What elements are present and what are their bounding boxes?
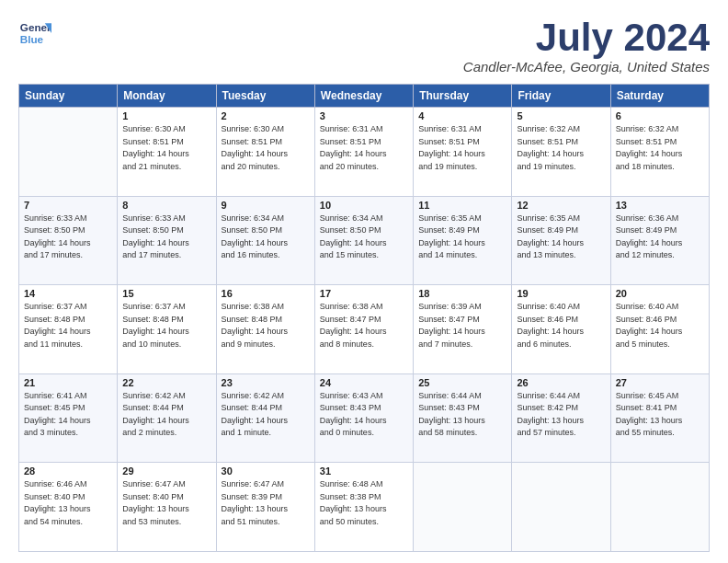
day-number: 20 [616, 288, 704, 299]
calendar-cell: 15Sunrise: 6:37 AM Sunset: 8:48 PM Dayli… [118, 285, 216, 374]
calendar-cell: 7Sunrise: 6:33 AM Sunset: 8:50 PM Daylig… [19, 196, 118, 285]
calendar-cell: 18Sunrise: 6:39 AM Sunset: 8:47 PM Dayli… [414, 285, 512, 374]
day-number: 8 [122, 200, 210, 211]
day-number: 28 [24, 465, 112, 477]
day-number: 25 [418, 377, 506, 388]
calendar-cell: 12Sunrise: 6:35 AM Sunset: 8:49 PM Dayli… [512, 196, 610, 285]
calendar-table: SundayMondayTuesdayWednesdayThursdayFrid… [18, 84, 710, 552]
calendar-cell: 10Sunrise: 6:34 AM Sunset: 8:50 PM Dayli… [314, 196, 413, 285]
day-number: 1 [122, 110, 210, 121]
day-info: Sunrise: 6:32 AM Sunset: 8:51 PM Dayligh… [616, 123, 704, 173]
calendar-cell: 26Sunrise: 6:44 AM Sunset: 8:42 PM Dayli… [512, 373, 610, 463]
calendar-cell: 24Sunrise: 6:43 AM Sunset: 8:43 PM Dayli… [314, 373, 413, 463]
day-number: 14 [24, 288, 112, 299]
day-number: 21 [24, 377, 112, 388]
day-number: 15 [122, 288, 210, 299]
title-block: July 2024 Candler-McAfee, Georgia, Unite… [463, 17, 710, 75]
day-info: Sunrise: 6:34 AM Sunset: 8:50 PM Dayligh… [222, 213, 310, 262]
calendar-cell: 1Sunrise: 6:30 AM Sunset: 8:51 PM Daylig… [118, 108, 216, 197]
day-number: 24 [320, 377, 408, 388]
day-number: 5 [517, 110, 605, 121]
weekday-header-monday: Monday [118, 85, 216, 108]
weekday-header-friday: Friday [512, 85, 610, 108]
weekday-header-tuesday: Tuesday [216, 85, 314, 108]
day-info: Sunrise: 6:34 AM Sunset: 8:50 PM Dayligh… [320, 213, 408, 262]
day-info: Sunrise: 6:47 AM Sunset: 8:40 PM Dayligh… [122, 478, 210, 528]
logo: General Blue [18, 17, 51, 50]
day-number: 11 [418, 200, 506, 211]
calendar-cell [610, 463, 709, 552]
day-info: Sunrise: 6:33 AM Sunset: 8:50 PM Dayligh… [24, 213, 112, 262]
day-number: 13 [616, 200, 704, 211]
day-number: 23 [222, 377, 310, 388]
calendar-page: General Blue July 2024 Candler-McAfee, G… [0, 0, 728, 563]
calendar-cell: 3Sunrise: 6:31 AM Sunset: 8:51 PM Daylig… [314, 108, 413, 197]
svg-text:General: General [20, 21, 51, 33]
day-number: 4 [418, 110, 506, 121]
calendar-cell: 25Sunrise: 6:44 AM Sunset: 8:43 PM Dayli… [414, 373, 512, 463]
calendar-cell: 11Sunrise: 6:35 AM Sunset: 8:49 PM Dayli… [414, 196, 512, 285]
weekday-header-sunday: Sunday [19, 85, 118, 108]
weekday-header-thursday: Thursday [414, 85, 512, 108]
day-info: Sunrise: 6:38 AM Sunset: 8:48 PM Dayligh… [222, 301, 310, 350]
day-info: Sunrise: 6:36 AM Sunset: 8:49 PM Dayligh… [616, 213, 704, 262]
calendar-cell: 16Sunrise: 6:38 AM Sunset: 8:48 PM Dayli… [216, 285, 314, 374]
day-info: Sunrise: 6:35 AM Sunset: 8:49 PM Dayligh… [418, 213, 506, 262]
day-number: 3 [320, 110, 408, 121]
day-info: Sunrise: 6:44 AM Sunset: 8:43 PM Dayligh… [418, 390, 506, 440]
day-info: Sunrise: 6:33 AM Sunset: 8:50 PM Dayligh… [122, 213, 210, 262]
day-info: Sunrise: 6:37 AM Sunset: 8:48 PM Dayligh… [122, 301, 210, 350]
calendar-cell: 4Sunrise: 6:31 AM Sunset: 8:51 PM Daylig… [414, 108, 512, 197]
day-number: 10 [320, 200, 408, 211]
calendar-cell: 14Sunrise: 6:37 AM Sunset: 8:48 PM Dayli… [19, 285, 118, 374]
day-number: 26 [517, 377, 605, 388]
day-number: 12 [517, 200, 605, 211]
calendar-cell: 13Sunrise: 6:36 AM Sunset: 8:49 PM Dayli… [610, 196, 709, 285]
calendar-cell: 31Sunrise: 6:48 AM Sunset: 8:38 PM Dayli… [314, 463, 413, 552]
day-info: Sunrise: 6:40 AM Sunset: 8:46 PM Dayligh… [616, 301, 704, 350]
calendar-cell: 2Sunrise: 6:30 AM Sunset: 8:51 PM Daylig… [216, 108, 314, 197]
day-number: 31 [320, 465, 408, 477]
header: General Blue July 2024 Candler-McAfee, G… [18, 17, 710, 75]
calendar-cell: 29Sunrise: 6:47 AM Sunset: 8:40 PM Dayli… [118, 463, 216, 552]
day-info: Sunrise: 6:39 AM Sunset: 8:47 PM Dayligh… [418, 301, 506, 350]
day-number: 17 [320, 288, 408, 299]
day-number: 22 [122, 377, 210, 388]
day-info: Sunrise: 6:46 AM Sunset: 8:40 PM Dayligh… [24, 478, 112, 528]
day-info: Sunrise: 6:30 AM Sunset: 8:51 PM Dayligh… [222, 123, 310, 173]
day-number: 6 [616, 110, 704, 121]
calendar-cell: 21Sunrise: 6:41 AM Sunset: 8:45 PM Dayli… [19, 373, 118, 463]
calendar-cell [414, 463, 512, 552]
day-info: Sunrise: 6:42 AM Sunset: 8:44 PM Dayligh… [222, 390, 310, 440]
day-number: 16 [222, 288, 310, 299]
month-title: July 2024 [463, 17, 710, 59]
day-info: Sunrise: 6:30 AM Sunset: 8:51 PM Dayligh… [122, 123, 210, 173]
calendar-cell: 5Sunrise: 6:32 AM Sunset: 8:51 PM Daylig… [512, 108, 610, 197]
day-info: Sunrise: 6:42 AM Sunset: 8:44 PM Dayligh… [122, 390, 210, 440]
day-number: 30 [222, 465, 310, 477]
calendar-cell: 30Sunrise: 6:47 AM Sunset: 8:39 PM Dayli… [216, 463, 314, 552]
day-number: 19 [517, 288, 605, 299]
day-number: 18 [418, 288, 506, 299]
day-number: 7 [24, 200, 112, 211]
calendar-cell: 28Sunrise: 6:46 AM Sunset: 8:40 PM Dayli… [19, 463, 118, 552]
day-info: Sunrise: 6:35 AM Sunset: 8:49 PM Dayligh… [517, 213, 605, 262]
day-info: Sunrise: 6:47 AM Sunset: 8:39 PM Dayligh… [222, 478, 310, 528]
day-number: 2 [222, 110, 310, 121]
calendar-cell [512, 463, 610, 552]
day-info: Sunrise: 6:41 AM Sunset: 8:45 PM Dayligh… [24, 390, 112, 440]
day-info: Sunrise: 6:37 AM Sunset: 8:48 PM Dayligh… [24, 301, 112, 350]
calendar-cell: 27Sunrise: 6:45 AM Sunset: 8:41 PM Dayli… [610, 373, 709, 463]
svg-text:Blue: Blue [20, 33, 44, 45]
weekday-header-wednesday: Wednesday [314, 85, 413, 108]
calendar-cell: 22Sunrise: 6:42 AM Sunset: 8:44 PM Dayli… [118, 373, 216, 463]
day-info: Sunrise: 6:44 AM Sunset: 8:42 PM Dayligh… [517, 390, 605, 440]
calendar-cell: 6Sunrise: 6:32 AM Sunset: 8:51 PM Daylig… [610, 108, 709, 197]
day-info: Sunrise: 6:43 AM Sunset: 8:43 PM Dayligh… [320, 390, 408, 440]
weekday-header-saturday: Saturday [610, 85, 709, 108]
day-info: Sunrise: 6:32 AM Sunset: 8:51 PM Dayligh… [517, 123, 605, 173]
day-number: 9 [222, 200, 310, 211]
calendar-cell [19, 108, 118, 197]
day-number: 29 [122, 465, 210, 477]
calendar-cell: 8Sunrise: 6:33 AM Sunset: 8:50 PM Daylig… [118, 196, 216, 285]
